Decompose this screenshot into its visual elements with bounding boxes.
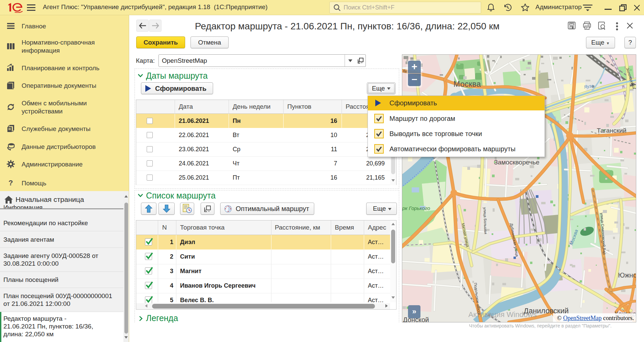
svg-text:Москва: Москва <box>453 80 481 88</box>
svg-text:Южно: Южно <box>618 271 636 279</box>
svg-text:Замоскворечье: Замоскворечье <box>494 159 539 166</box>
svg-text:рк Горького: рк Горького <box>402 205 430 211</box>
svg-text:Таганский: Таганский <box>597 127 626 134</box>
